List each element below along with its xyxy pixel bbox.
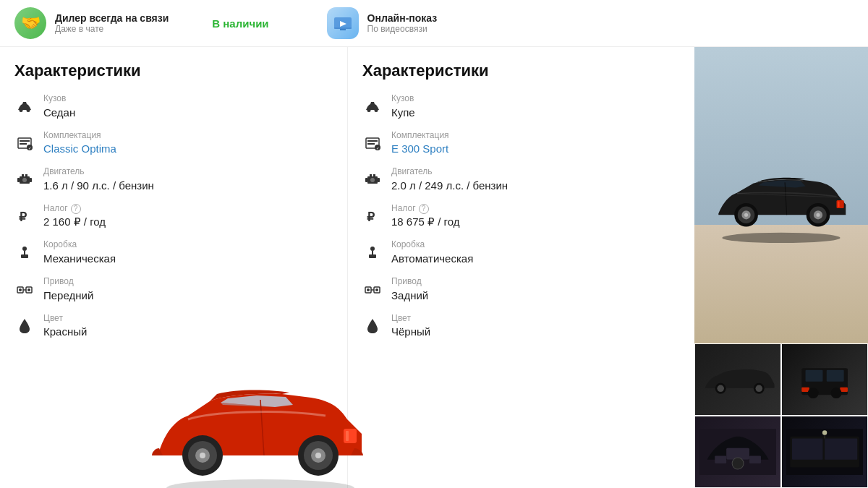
right-body-icon [362, 96, 383, 116]
left-gearbox-value: Механическая [43, 251, 116, 266]
left-gearbox-info: Коробка Механическая [43, 239, 116, 266]
left-spec-gearbox: Коробка Механическая [14, 239, 333, 266]
svg-point-38 [375, 108, 378, 112]
tax-help-icon[interactable]: ? [71, 204, 81, 214]
svg-point-24 [27, 288, 30, 291]
svg-rect-48 [378, 178, 380, 182]
color-icon [14, 316, 35, 336]
svg-point-37 [367, 108, 371, 112]
svg-rect-89 [792, 438, 822, 459]
svg-rect-7 [20, 143, 27, 145]
svg-rect-62 [838, 201, 840, 207]
left-drive-info: Привод Передний [43, 276, 93, 303]
body-icon [14, 96, 35, 116]
svg-text:₽: ₽ [367, 210, 375, 224]
right-spec-list: Кузов Купе ✓ Комплектация [362, 93, 680, 339]
right-trim-label: Комплектация [391, 130, 449, 142]
svg-point-74 [755, 385, 762, 392]
svg-point-91 [822, 430, 827, 435]
right-trim-info: Комплектация E 300 Sport [391, 130, 449, 157]
thumb-4[interactable] [781, 416, 868, 488]
left-spec-list: Кузов Седан ✓ Комплектация [14, 93, 333, 339]
left-body-label: Кузов [43, 93, 75, 105]
right-spec-engine: Двигатель 2.0 л / 249 л.с. / бензин [362, 166, 680, 193]
svg-point-17 [22, 247, 27, 251]
left-panel: Характеристики Кузов Седан [0, 47, 347, 488]
dealer-text: Дилер всегда на связи Даже в чате [55, 12, 169, 34]
svg-rect-40 [367, 140, 378, 142]
left-color-info: Цвет Красный [43, 313, 87, 340]
right-engine-info: Двигатель 2.0 л / 249 л.с. / бензин [391, 166, 508, 193]
left-body-value: Седан [43, 105, 75, 120]
left-spec-trim: ✓ Комплектация Classic Optima [14, 130, 333, 157]
right-tax-icon: ₽ [362, 206, 383, 226]
left-trim-value[interactable]: Classic Optima [43, 141, 116, 156]
svg-rect-46 [373, 174, 375, 176]
tax-icon: ₽ [14, 206, 35, 226]
right-tax-label-row: Налог ? [391, 203, 459, 215]
dealer-subtitle: Даже в чате [55, 24, 169, 34]
online-text: Онлайн-показ По видеосвязи [367, 12, 438, 34]
top-bar: 🤝 Дилер всегда на связи Даже в чате В на… [0, 0, 868, 47]
svg-point-32 [315, 453, 321, 458]
right-drive-value: Задний [391, 288, 428, 303]
right-gearbox-value: Автоматическая [391, 251, 473, 266]
svg-rect-85 [715, 455, 726, 463]
svg-rect-12 [25, 174, 27, 176]
left-spec-body: Кузов Седан [14, 93, 333, 120]
thumb-2[interactable] [781, 343, 868, 416]
right-body-label: Кузов [391, 93, 415, 105]
right-trim-value[interactable]: E 300 Sport [391, 141, 449, 156]
left-body-info: Кузов Седан [43, 93, 75, 120]
svg-point-70 [744, 213, 748, 216]
left-engine-value: 1.6 л / 90 л.с. / бензин [43, 178, 154, 193]
svg-point-36 [200, 453, 205, 458]
left-trim-label: Комплектация [43, 130, 116, 142]
left-drive-label: Привод [43, 276, 93, 288]
svg-rect-86 [749, 455, 761, 463]
thumb-3[interactable] [694, 416, 781, 488]
svg-rect-19 [21, 254, 28, 258]
online-show-icon [327, 7, 359, 39]
svg-point-81 [830, 388, 841, 398]
right-gearbox-icon [362, 242, 383, 262]
right-spec-trim: ✓ Комплектация E 300 Sport [362, 130, 680, 157]
right-spec-body: Кузов Купе [362, 93, 680, 120]
svg-point-80 [808, 388, 819, 398]
svg-rect-90 [825, 438, 857, 459]
online-subtitle: По видеосвязи [367, 24, 438, 34]
car-image-left [116, 336, 369, 488]
left-engine-info: Двигатель 1.6 л / 90 л.с. / бензин [43, 166, 154, 193]
right-spec-gearbox: Коробка Автоматическая [362, 239, 680, 266]
left-tax-info: Налог ? 2 160 ₽ / год [43, 203, 106, 230]
photo-main-car-area [694, 47, 868, 343]
svg-rect-47 [365, 178, 367, 182]
photo-panel [694, 47, 868, 488]
thumb-1[interactable] [694, 343, 781, 416]
dealer-block: 🤝 Дилер всегда на связи Даже в чате [14, 7, 169, 39]
left-tax-label-row: Налог ? [43, 203, 106, 215]
svg-rect-53 [369, 254, 376, 258]
right-drive-icon [362, 279, 383, 299]
left-spec-drive: Привод Передний [14, 276, 333, 303]
svg-rect-6 [20, 140, 30, 142]
right-panel: Характеристики Кузов Купе [347, 47, 694, 488]
svg-point-25 [166, 479, 354, 488]
svg-point-49 [370, 178, 375, 182]
main-content: Характеристики Кузов Седан [0, 47, 868, 488]
svg-rect-77 [827, 370, 844, 382]
photo-main[interactable] [694, 47, 868, 343]
engine-icon [14, 169, 35, 189]
svg-rect-28 [346, 431, 349, 441]
left-spec-engine: Двигатель 1.6 л / 90 л.с. / бензин [14, 166, 333, 193]
right-engine-value: 2.0 л / 249 л.с. / бензин [391, 178, 508, 193]
left-gearbox-label: Коробка [43, 239, 116, 251]
dark-car-svg [707, 69, 855, 322]
svg-point-58 [375, 288, 378, 291]
svg-point-4 [27, 108, 30, 112]
right-trim-icon: ✓ [362, 133, 383, 153]
left-tax-label: Налог [43, 203, 68, 215]
right-tax-help-icon[interactable]: ? [419, 204, 429, 214]
right-drive-label: Привод [391, 276, 428, 288]
left-engine-label: Двигатель [43, 166, 154, 178]
